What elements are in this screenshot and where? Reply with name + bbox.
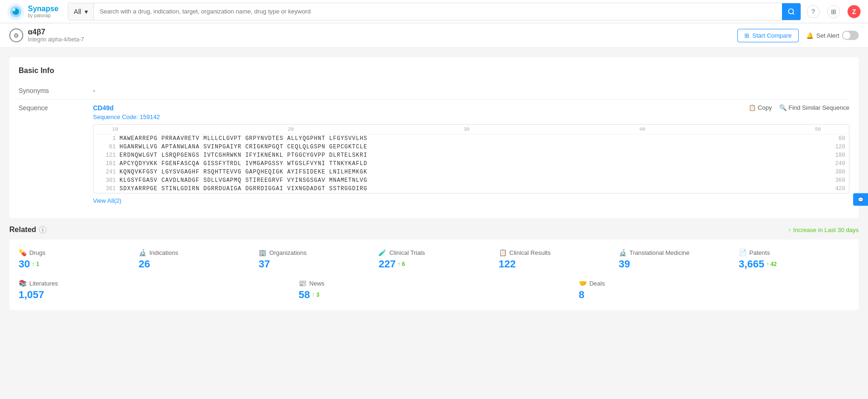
view-all-link[interactable]: View All(2) xyxy=(93,197,121,204)
search-dropdown[interactable]: All ▾ xyxy=(68,3,94,20)
sequence-line-row: 181APCYQDYVKK FGENFASCQA GISSFYTRDL IVMG… xyxy=(93,160,849,168)
set-alert-button[interactable]: 🔔 Set Alert xyxy=(806,31,859,40)
svg-point-3 xyxy=(13,8,15,11)
stat-label: Drugs xyxy=(29,249,46,256)
start-compare-button[interactable]: ⊞ Start Compare xyxy=(737,29,799,42)
floating-widget[interactable]: 💬 xyxy=(853,193,868,206)
related-card: 💊 Drugs 30 ↑ 1 🔬 Indications 26 🏢 Organi… xyxy=(9,239,859,310)
seq-line-data: MAWEARREPG PRRAAVRETV MLLLCLGVPT GRPYNVD… xyxy=(119,135,835,142)
sequence-content: CD49d Sequence Code: 159142 📋 Copy 🔍 Fin… xyxy=(93,104,849,204)
copy-label: Copy xyxy=(758,104,772,111)
stat-icon: 💊 xyxy=(19,249,27,256)
help-icon[interactable]: ? xyxy=(807,5,820,18)
stat-item[interactable]: 💊 Drugs 30 ↑ 1 xyxy=(19,249,129,270)
stat-label: Translational Medicine xyxy=(629,249,690,256)
target-icon: ⚙ xyxy=(9,28,23,42)
search-input[interactable] xyxy=(94,3,782,20)
find-similar-icon: 🔍 xyxy=(779,104,787,111)
stat-value: 8 xyxy=(579,289,849,301)
stat-value: 58 ↑ 3 xyxy=(298,289,569,301)
stat-item[interactable]: 🔬 Translational Medicine 39 xyxy=(619,249,729,270)
find-similar-button[interactable]: 🔍 Find Similar Sequence xyxy=(779,104,849,111)
sub-header: ⚙ α4β7 Integrin alpha-4/beta-7 ⊞ Start C… xyxy=(0,23,868,48)
copy-icon: 📋 xyxy=(749,104,756,111)
stat-label: Deals xyxy=(590,280,605,287)
avatar[interactable]: Z xyxy=(848,5,861,18)
sequence-name: CD49d xyxy=(93,104,160,112)
stat-label: Indications xyxy=(149,249,178,256)
seq-line-end: 300 xyxy=(835,169,845,175)
sequence-line-row: 121ERDNQWLGVT LSRQPGENGS IVTCGHRWKN IFYI… xyxy=(93,151,849,160)
seq-scale: 10 20 30 40 50 xyxy=(93,125,849,134)
stat-value: 26 xyxy=(139,258,249,270)
stat-value: 30 ↑ 1 xyxy=(19,258,129,270)
header-right: ? ⊞ Z xyxy=(807,5,861,18)
stat-value: 122 xyxy=(499,258,610,270)
seq-line-data: KQNQVKFGSY LGYSVGAGHF RSQHTTEVVG GAPQHEQ… xyxy=(119,169,831,175)
seq-line-start: 301 xyxy=(97,177,116,184)
basic-info-card: Basic Info Synonyms - Sequence CD49d Seq… xyxy=(9,57,859,218)
seq-line-end: 120 xyxy=(835,144,845,150)
related-header: Related i ↑ Increase in Last 30 days xyxy=(9,226,859,234)
stat-item[interactable]: 🤝 Deals 8 xyxy=(579,279,849,301)
alert-toggle[interactable] xyxy=(842,31,859,40)
sequence-code: Sequence Code: 159142 xyxy=(93,113,160,120)
stat-header: 🏢 Organizations xyxy=(258,249,369,256)
search-bar: All ▾ xyxy=(68,3,801,20)
stat-icon: 📋 xyxy=(499,249,507,256)
apps-icon[interactable]: ⊞ xyxy=(827,5,840,18)
search-button[interactable] xyxy=(782,3,801,20)
sequence-line-row: 61HGANRWLLVG APTANWLANA SVINPGAIYR CRIGK… xyxy=(93,143,849,151)
stat-header: 🔬 Indications xyxy=(139,249,249,256)
stat-value: 227 ↑ 6 xyxy=(378,258,489,270)
stat-icon: 🧪 xyxy=(378,249,386,256)
seq-line-end: 360 xyxy=(835,177,845,184)
alert-label: Set Alert xyxy=(816,32,839,39)
stat-item[interactable]: 📰 News 58 ↑ 3 xyxy=(298,279,569,301)
stat-item[interactable]: 🏢 Organizations 37 xyxy=(258,249,369,270)
stat-item[interactable]: 📋 Clinical Results 122 xyxy=(499,249,610,270)
stat-header: 💊 Drugs xyxy=(19,249,129,256)
stat-label: News xyxy=(309,280,325,287)
basic-info-title: Basic Info xyxy=(19,66,849,75)
seq-line-start: 241 xyxy=(97,169,116,175)
compare-icon: ⊞ xyxy=(744,32,749,39)
logo[interactable]: Synapse by patsnap xyxy=(7,3,59,20)
related-info-icon[interactable]: i xyxy=(39,226,46,233)
seq-line-data: KLGSYFGASV CAVDLNADGF SDLLVGAPMQ STIREEG… xyxy=(119,177,831,184)
stat-label: Clinical Results xyxy=(510,249,551,256)
stat-item[interactable]: 🧪 Clinical Trials 227 ↑ 6 xyxy=(378,249,489,270)
seq-line-data: SDXYARRPGE STINLGDIRN DGRRDUAIGA DGRRDIG… xyxy=(119,186,831,192)
target-name: α4β7 xyxy=(28,28,84,36)
find-similar-label: Find Similar Sequence xyxy=(788,104,849,111)
synonyms-row: Synonyms - xyxy=(19,82,849,100)
logo-text: Synapse by patsnap xyxy=(28,4,59,19)
sequence-line-row: 1MAWEARREPG PRRAAVRETV MLLLCLGVPT GRPYNV… xyxy=(93,134,849,143)
stat-label: Clinical Trials xyxy=(389,249,425,256)
stat-header: 🤝 Deals xyxy=(579,279,849,287)
sequence-row-header: CD49d Sequence Code: 159142 📋 Copy 🔍 Fin… xyxy=(93,104,849,124)
seq-line-end: 420 xyxy=(835,186,845,192)
stat-item[interactable]: 📚 Literatures 1,057 xyxy=(19,279,289,301)
sequence-name-block: CD49d Sequence Code: 159142 xyxy=(93,104,160,124)
stat-icon: 🤝 xyxy=(579,279,587,287)
stat-label: Literatures xyxy=(29,280,58,287)
stat-header: 🔬 Translational Medicine xyxy=(619,249,729,256)
stat-increase: ↑ 42 xyxy=(766,261,777,267)
stat-header: 📚 Literatures xyxy=(19,279,289,287)
stat-item[interactable]: 🔬 Indications 26 xyxy=(139,249,249,270)
increase-label: Increase in Last 30 days xyxy=(793,226,859,233)
related-section: Related i ↑ Increase in Last 30 days 💊 D… xyxy=(9,226,859,310)
svg-point-4 xyxy=(788,9,794,14)
stat-item[interactable]: 📄 Patents 3,665 ↑ 42 xyxy=(739,249,849,270)
stat-icon: 📰 xyxy=(298,279,306,287)
copy-button[interactable]: 📋 Copy xyxy=(749,104,772,111)
target-info: ⚙ α4β7 Integrin alpha-4/beta-7 xyxy=(9,28,84,43)
synonyms-value: - xyxy=(93,87,95,94)
header: Synapse by patsnap All ▾ ? ⊞ Z xyxy=(0,0,868,23)
sequence-actions: 📋 Copy 🔍 Find Similar Sequence xyxy=(749,104,849,111)
stat-value: 37 xyxy=(258,258,369,270)
seq-line-data: HGANRWLLVG APTANWLANA SVINPGAIYR CRIGKNP… xyxy=(119,144,831,150)
sequence-viewer[interactable]: 10 20 30 40 50 1MAWEARREPG PRRAAVRETV ML… xyxy=(93,124,849,193)
seq-line-data: APCYQDYVKK FGENFASCQA GISSFYTRDL IVMGAPG… xyxy=(119,160,831,167)
